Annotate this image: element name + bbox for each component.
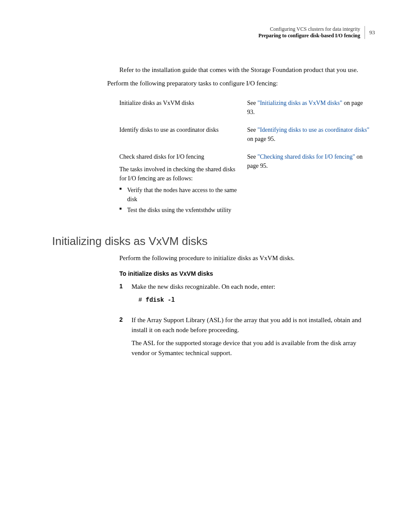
list-item: Test the disks using the vxfentsthdw uti… (119, 206, 243, 215)
see-prefix: See (247, 127, 258, 133)
step-text: If the Array Support Library (ASL) for t… (131, 315, 375, 335)
list-item: 1 Make the new disks recognizable. On ea… (119, 282, 375, 310)
header-text-block: Configuring VCS clusters for data integr… (258, 26, 365, 39)
list-item: Verify that the nodes have access to the… (119, 186, 243, 204)
intro-para-1: Refer to the installation guide that com… (119, 65, 375, 75)
task-left: Check shared disks for I/O fencing The t… (119, 148, 247, 221)
link-init-disks[interactable]: "Initializing disks as VxVM disks" (257, 100, 342, 106)
code-block: # fdisk -l (138, 296, 375, 305)
list-item: 2 If the Array Support Library (ASL) for… (119, 315, 375, 361)
table-row: Initialize disks as VxVM disks See "Init… (119, 94, 375, 121)
step-body: If the Array Support Library (ASL) for t… (131, 315, 375, 361)
task-left: Identify disks to use as coordinator dis… (119, 121, 247, 148)
see-prefix: See (247, 153, 258, 160)
task-right: See "Initializing disks as VxVM disks" o… (247, 94, 375, 121)
task-table-wrap: Initialize disks as VxVM disks See "Init… (119, 94, 375, 221)
task-table: Initialize disks as VxVM disks See "Init… (119, 94, 375, 221)
see-suffix: on page 95. (247, 136, 276, 142)
table-row: Identify disks to use as coordinator dis… (119, 121, 375, 148)
section-body: Perform the following procedure to initi… (119, 253, 375, 361)
link-check-shared[interactable]: "Checking shared disks for I/O fencing" (257, 153, 355, 160)
step-number: 1 (119, 282, 131, 310)
task-right: See "Checking shared disks for I/O fenci… (247, 148, 375, 221)
header-section: Preparing to configure disk-based I/O fe… (258, 33, 360, 39)
task-left: Initialize disks as VxVM disks (119, 94, 247, 121)
task-left-line2: The tasks involved in checking the share… (119, 165, 243, 183)
page-number: 93 (365, 29, 375, 36)
step-body: Make the new disks recognizable. On each… (131, 282, 375, 310)
step-text: Make the new disks recognizable. On each… (131, 282, 375, 292)
see-prefix: See (247, 100, 258, 106)
task-left-line1: Check shared disks for I/O fencing (119, 152, 243, 161)
page: Configuring VCS clusters for data integr… (0, 0, 414, 532)
step-text-2: The ASL for the supported storage device… (131, 338, 375, 358)
table-row: Check shared disks for I/O fencing The t… (119, 148, 375, 221)
section-intro: Perform the following procedure to initi… (119, 253, 375, 263)
code-prompt: # (138, 297, 146, 304)
page-header: Configuring VCS clusters for data integr… (52, 26, 375, 39)
section-heading: Initializing disks as VxVM disks (52, 235, 375, 248)
body-block-1: Refer to the installation guide that com… (119, 65, 375, 75)
task-bullets: Verify that the nodes have access to the… (119, 186, 243, 215)
procedure-title: To initialize disks as VxVM disks (119, 269, 375, 278)
header-chapter: Configuring VCS clusters for data integr… (258, 26, 360, 33)
task-right: See "Identifying disks to use as coordin… (247, 121, 375, 148)
step-number: 2 (119, 315, 131, 361)
code-command: fdisk -l (146, 297, 175, 304)
steps-list: 1 Make the new disks recognizable. On ea… (119, 282, 375, 362)
link-identify-disks[interactable]: "Identifying disks to use as coordinator… (257, 127, 369, 133)
intro-para-2: Perform the following preparatory tasks … (107, 78, 375, 88)
